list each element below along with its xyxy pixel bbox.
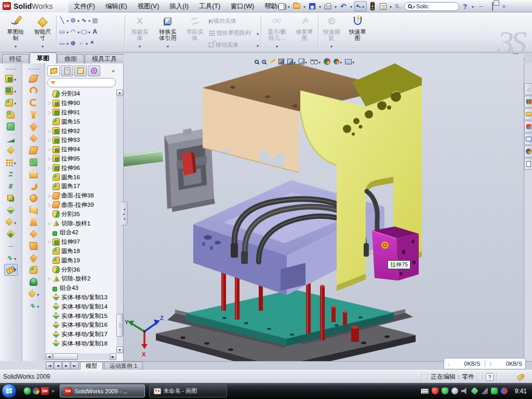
messenger-tray-icon[interactable] — [501, 388, 508, 394]
quicklaunch-solidworks-icon[interactable]: SW — [41, 387, 49, 395]
circle-tool-icon[interactable]: ⊙ — [69, 17, 77, 24]
tree-item[interactable]: 实体-移动/复制18 — [46, 339, 116, 349]
last-tab-button[interactable]: ▶| — [71, 362, 78, 369]
tree-item[interactable]: ▷拉伸92 — [46, 126, 116, 136]
dropdown-caret-icon[interactable] — [318, 58, 321, 65]
feature-filter-input[interactable] — [58, 79, 110, 86]
reference-geometry-button[interactable] — [27, 288, 41, 300]
trim-surface-button[interactable] — [27, 228, 41, 240]
slot-tool-icon[interactable]: ▭ — [58, 41, 66, 46]
swept-surface-button[interactable] — [27, 73, 41, 85]
configuration-manager-tab[interactable] — [74, 65, 87, 76]
filled-surface-button[interactable] — [27, 121, 41, 132]
file-explorer-tab[interactable] — [524, 108, 532, 120]
instant3d-toggle[interactable] — [4, 264, 18, 276]
tree-item[interactable]: 实体-移动/复制17 — [46, 330, 116, 339]
spline-tool-icon[interactable]: ∿ — [80, 17, 88, 24]
expand-arrow-icon[interactable]: ▷ — [47, 110, 52, 115]
fillet-button[interactable] — [4, 97, 18, 109]
tree-item[interactable]: 圆角18 — [46, 247, 116, 256]
reference-plane-button[interactable] — [4, 228, 18, 240]
print-button[interactable] — [323, 1, 332, 11]
tree-item[interactable]: 实体-移动/复制16 — [46, 321, 116, 330]
dropdown-caret-icon[interactable] — [413, 3, 415, 10]
scrollbar-thumb[interactable] — [116, 314, 123, 337]
tree-item[interactable]: ▷拉伸96 — [46, 163, 116, 172]
linear-pattern-button[interactable] — [4, 156, 18, 168]
search-input[interactable]: Solic — [416, 3, 429, 9]
dropdown-caret-icon[interactable] — [167, 42, 169, 49]
tree-item[interactable]: ▷拉伸97 — [46, 237, 116, 247]
apply-scene-button[interactable] — [334, 57, 342, 66]
thicken-button[interactable] — [27, 180, 41, 192]
dome-button[interactable] — [27, 276, 41, 288]
magic-wand-button[interactable] — [269, 57, 275, 66]
keyboard-tray-icon[interactable] — [421, 389, 429, 394]
dropdown-caret-icon[interactable] — [86, 39, 88, 47]
offset-surface-button[interactable] — [27, 132, 41, 144]
spline-tools-button[interactable]: ∿ — [27, 300, 41, 312]
tree-item[interactable]: 分割34 — [46, 89, 116, 99]
model-tab[interactable]: 模型 — [80, 362, 103, 370]
view-orientation-button[interactable] — [287, 57, 296, 66]
expand-arrow-icon[interactable]: ▷ — [47, 101, 52, 105]
dropdown-caret-icon[interactable] — [88, 17, 90, 24]
graphics-viewport[interactable]: Y Z X — [124, 54, 524, 361]
sketch-button[interactable]: 草图绘 制 — [2, 14, 29, 50]
rebuild-button[interactable] — [368, 1, 377, 11]
menu-edit[interactable]: 编辑(E) — [100, 0, 132, 12]
motion-study-tab[interactable]: 运动算例 1 — [104, 362, 143, 370]
tab-mold-tools[interactable]: 模具工具 — [85, 54, 124, 63]
menu-tools[interactable]: 工具(T) — [194, 0, 225, 12]
chamfer-button[interactable] — [4, 132, 18, 144]
tab-surfaces[interactable]: 曲面 — [57, 54, 84, 63]
arc-tool-icon[interactable]: ◠ — [69, 28, 77, 36]
tab-sketch[interactable]: 草图 — [30, 52, 57, 63]
close-button[interactable]: × — [499, 3, 509, 10]
network-speed-widget[interactable]: ↓ 0KB/S ↑ 0KB/S — [444, 358, 526, 369]
tree-item[interactable]: ▷拉伸91 — [46, 108, 116, 117]
tree-item[interactable]: ▷拉伸95 — [46, 154, 116, 164]
first-tab-button[interactable]: |◀ — [46, 362, 54, 369]
move-copy-bodies-button[interactable] — [4, 204, 18, 216]
tree-item[interactable]: ▷曲面-拉伸38 — [46, 191, 116, 201]
ruled-surface-button[interactable] — [27, 240, 41, 252]
dropdown-caret-icon[interactable] — [305, 58, 307, 65]
extruded-boss-button[interactable] — [4, 73, 18, 85]
scroll-down-icon[interactable]: ▼ — [116, 347, 123, 353]
tree-item[interactable]: 实体-移动/复制13 — [46, 293, 116, 302]
extend-surface-button[interactable] — [27, 156, 41, 168]
surface-fillet-button[interactable] — [27, 264, 41, 276]
expand-arrow-icon[interactable]: ▷ — [47, 240, 52, 244]
save-button[interactable] — [308, 1, 317, 11]
tree-item[interactable]: 分割35 — [46, 209, 116, 219]
extruded-cut-button[interactable] — [4, 85, 18, 97]
quicklaunch-messenger-icon[interactable] — [23, 387, 32, 395]
dropdown-caret-icon[interactable] — [294, 58, 296, 65]
appearances-scenes-tab[interactable] — [524, 145, 532, 157]
shell-button[interactable] — [4, 144, 18, 156]
tree-item[interactable]: 实体-移动/复制15 — [46, 311, 116, 321]
view-palette-tab[interactable] — [524, 133, 532, 145]
menu-window[interactable]: 窗口(W) — [225, 0, 259, 12]
menu-insert[interactable]: 插入(I) — [164, 0, 194, 12]
start-orb-icon[interactable] — [2, 383, 17, 398]
prev-tab-button[interactable]: ◀ — [54, 362, 62, 369]
replace-face-button[interactable] — [27, 216, 41, 228]
expand-arrow-icon[interactable]: ▷ — [47, 138, 52, 142]
security-shield-icon[interactable] — [442, 388, 448, 394]
tree-item[interactable]: 圆角16 — [46, 172, 116, 182]
tree-item[interactable]: ▷切除-放样2 — [46, 274, 116, 284]
taskbar-button-paint[interactable]: 未命名 - 画图 — [149, 384, 227, 397]
tree-item[interactable]: 圆角17 — [46, 182, 116, 191]
reference-axis-button[interactable]: -·- — [4, 240, 18, 252]
panel-overflow-chevron-icon[interactable]: » — [112, 68, 115, 74]
section-view-button[interactable] — [278, 57, 284, 66]
combine-bodies-button[interactable] — [4, 192, 18, 204]
dropdown-caret-icon[interactable] — [340, 58, 342, 65]
minimize-button[interactable]: − — [476, 3, 486, 10]
tree-item[interactable]: ▷曲面-拉伸39 — [46, 201, 116, 210]
help-button[interactable]: ? — [460, 1, 470, 11]
toolbar-grip[interactable] — [29, 69, 39, 71]
taskbar-clock[interactable]: 9:41 — [511, 388, 531, 395]
